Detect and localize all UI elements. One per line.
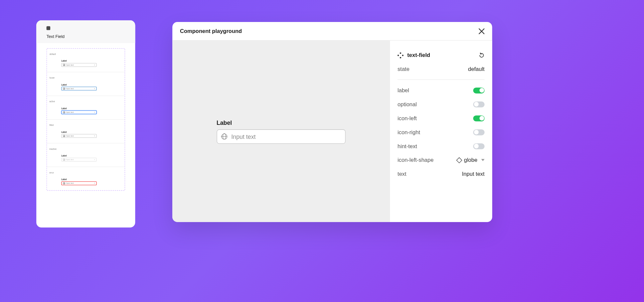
variant-input-default: Input text × [61, 63, 97, 67]
prop-label: hint-text [398, 143, 417, 149]
variant-state: error [50, 171, 120, 174]
sidebar-head: text-field [398, 52, 430, 58]
select-value-text: globe [464, 157, 477, 163]
prop-label: icon-right [398, 129, 420, 135]
spec-title: Text Field [47, 34, 125, 39]
prop-row-icon-right: icon-right [398, 125, 485, 139]
toggle-icon-left[interactable] [473, 115, 484, 121]
clear-icon: × [94, 88, 95, 90]
svg-rect-2 [398, 54, 399, 56]
prop-label: label [398, 87, 409, 94]
component-spec-card: Text Field default Label Input text × ho… [36, 20, 135, 227]
variant-row: default Label Input text × [47, 49, 125, 72]
variant-input-active: Input text × [61, 110, 97, 114]
component-icon [398, 52, 403, 58]
input-placeholder: Input text [231, 133, 255, 140]
spec-header: Text Field [36, 20, 135, 43]
clear-icon: × [94, 158, 95, 160]
globe-icon [63, 111, 65, 113]
svg-rect-0 [400, 52, 401, 54]
variant-row: inactive Label Input text × [47, 144, 125, 167]
variant-text: Input text [66, 158, 94, 160]
globe-icon [63, 158, 65, 160]
globe-icon [63, 182, 65, 184]
svg-rect-3 [402, 54, 403, 56]
sidebar-header-row: text-field [398, 48, 485, 62]
variant-input-filled: Input text × [61, 134, 97, 138]
diamond-icon [456, 157, 462, 163]
variant-label: Label [61, 83, 119, 86]
text-input[interactable]: Input text [217, 129, 345, 144]
prop-row-icon-left: icon-left [398, 111, 485, 125]
variant-input-error: Input text × [61, 181, 97, 185]
prop-row-text[interactable]: text Input text [398, 167, 485, 181]
reset-button[interactable] [479, 52, 485, 58]
prop-value: default [468, 66, 485, 72]
prop-value: Input text [462, 171, 485, 177]
component-name: text-field [407, 52, 430, 58]
playground-header: Component playground [172, 22, 492, 41]
variant-state: inactive [50, 148, 120, 150]
prop-label: icon-left-shape [398, 157, 433, 163]
divider [398, 80, 485, 80]
variant-label: Label [61, 60, 119, 62]
variant-label: Label [61, 131, 119, 133]
prop-row-icon-left-shape: icon-left-shape globe [398, 153, 485, 167]
props-sidebar: text-field state default label optional [390, 41, 492, 222]
prop-label: state [398, 66, 409, 72]
close-button[interactable] [479, 28, 485, 34]
brand-logo [47, 26, 50, 30]
variant-text: Input text [66, 111, 94, 113]
globe-icon [221, 134, 227, 140]
reset-icon [479, 52, 485, 58]
variant-text: Input text [66, 64, 94, 66]
clear-icon: × [94, 111, 95, 113]
clear-icon: × [94, 182, 95, 184]
prop-row-optional: optional [398, 97, 485, 111]
variant-label: Label [61, 107, 119, 110]
prop-label: icon-left [398, 115, 417, 121]
variant-state: default [50, 53, 120, 56]
close-icon [479, 28, 485, 34]
chevron-down-icon [481, 159, 485, 161]
spec-body: default Label Input text × hover Label I… [36, 43, 135, 196]
variant-text: Input text [66, 182, 94, 184]
variant-state: active [50, 100, 120, 103]
component-preview: Label Input text [217, 119, 345, 144]
playground-canvas[interactable]: Label Input text [172, 41, 390, 222]
variant-label: Label [61, 154, 119, 157]
globe-icon [63, 88, 65, 90]
variant-input-hover: Input text × [61, 87, 97, 90]
select-icon-left-shape[interactable]: globe [457, 157, 484, 163]
variant-state: filled [50, 124, 120, 127]
prop-row-state[interactable]: state default [398, 62, 485, 76]
variant-row: filled Label Input text × [47, 120, 125, 143]
clear-icon: × [94, 64, 95, 66]
toggle-label[interactable] [473, 87, 484, 93]
toggle-optional[interactable] [473, 101, 484, 107]
globe-icon [63, 64, 65, 66]
prop-label: text [398, 171, 406, 177]
playground-window: Component playground Label Input text te [172, 22, 492, 222]
svg-rect-1 [400, 57, 401, 58]
variant-row: active Label Input text × [47, 96, 125, 120]
globe-icon [63, 135, 65, 137]
variant-row: hover Label Input text × [47, 72, 125, 96]
field-label: Label [217, 119, 345, 126]
variant-state: hover [50, 77, 120, 79]
variant-row: error Label Input text × [47, 167, 125, 190]
variants-frame: default Label Input text × hover Label I… [47, 48, 125, 191]
toggle-hint-text[interactable] [473, 143, 484, 149]
variant-input-inactive: Input text × [61, 158, 97, 161]
playground-body: Label Input text text-field [172, 41, 492, 222]
variant-text: Input text [66, 135, 94, 137]
clear-icon: × [94, 135, 95, 137]
variant-text: Input text [66, 88, 94, 90]
variant-label: Label [61, 178, 119, 181]
playground-title: Component playground [180, 28, 242, 34]
toggle-icon-right[interactable] [473, 129, 484, 135]
prop-row-label: label [398, 83, 485, 97]
prop-row-hint-text: hint-text [398, 139, 485, 153]
prop-label: optional [398, 101, 417, 108]
